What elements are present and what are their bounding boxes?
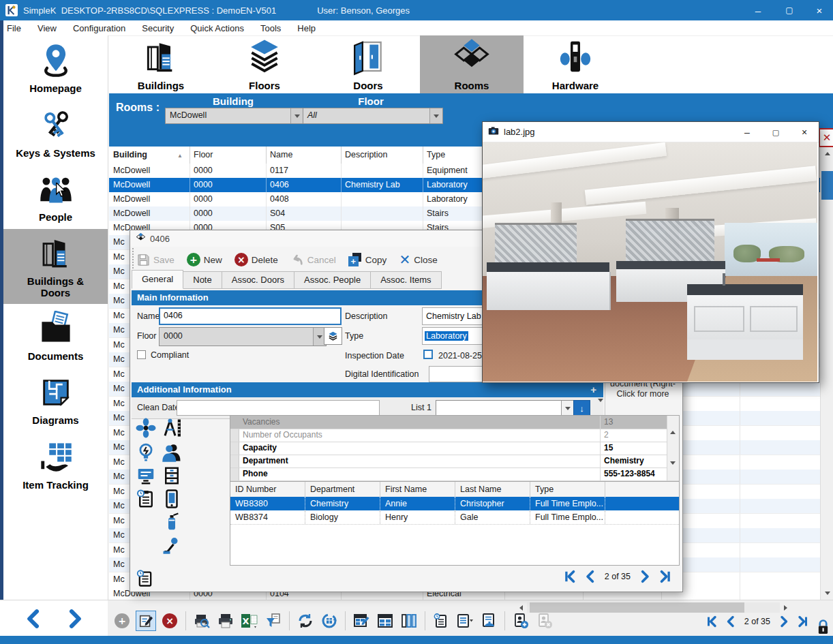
previous-record-icon[interactable] <box>23 609 44 629</box>
scrollbar-thumb[interactable] <box>821 171 833 200</box>
history-button[interactable] <box>431 611 451 631</box>
building-filter-select[interactable]: McDowell <box>165 108 304 124</box>
name-input[interactable]: 0406 <box>159 307 342 325</box>
tab-assoc-items[interactable]: Assoc. Items <box>371 271 441 289</box>
save-button[interactable]: Save <box>137 254 175 266</box>
image-close-button[interactable]: × <box>790 122 819 142</box>
next-record-icon[interactable] <box>65 609 85 629</box>
table-row[interactable]: WB8374 Biology Henry Gale Full Time Empl… <box>230 510 679 525</box>
av-equipment-icon[interactable] <box>136 465 156 486</box>
sidebar-item-people[interactable]: People <box>3 165 108 229</box>
inspection-log-icon[interactable] <box>136 489 156 509</box>
inspection-date-checkbox[interactable] <box>423 350 433 359</box>
chevron-down-icon[interactable] <box>429 108 442 123</box>
scroll-right-icon[interactable] <box>781 602 791 613</box>
menu-tools[interactable]: Tools <box>260 23 281 33</box>
delete-button[interactable]: × <box>160 611 180 631</box>
property-row[interactable]: Phone555-123-8854 <box>230 467 679 481</box>
new-button[interactable]: + New <box>187 253 222 266</box>
menu-view[interactable]: View <box>37 23 57 33</box>
property-grid-scrollbar[interactable] <box>667 416 679 480</box>
nav-buildings[interactable]: Buildings <box>109 35 213 93</box>
history-log-icon[interactable] <box>136 568 156 589</box>
first-page-icon[interactable] <box>564 570 577 583</box>
hvac-fan-icon[interactable] <box>136 418 156 438</box>
print-button[interactable] <box>215 611 236 631</box>
additional-info-scroll-down-icon[interactable] <box>598 402 603 414</box>
tab-note[interactable]: Note <box>183 271 222 289</box>
rooms-table-horizontal-scrollbar[interactable] <box>516 602 791 613</box>
nav-hardware[interactable]: Hardware <box>524 35 627 93</box>
floor-filter-select[interactable]: All <box>303 108 443 124</box>
grid-fill-button[interactable] <box>375 611 395 631</box>
occupants-icon[interactable] <box>162 442 182 463</box>
chevron-down-icon[interactable] <box>561 401 574 416</box>
next-page-icon[interactable] <box>778 615 790 628</box>
last-page-icon[interactable] <box>796 615 808 628</box>
clean-date-input[interactable] <box>177 400 380 416</box>
lighting-icon[interactable] <box>136 442 156 463</box>
menu-configuration[interactable]: Configuration <box>73 23 125 33</box>
close-button[interactable]: ✕ Close <box>399 254 437 266</box>
menu-file[interactable]: File <box>7 23 21 33</box>
tab-assoc-people[interactable]: Assoc. People <box>294 271 371 289</box>
menu-security[interactable]: Security <box>142 23 174 33</box>
sidebar-item-homepage[interactable]: Homepage <box>3 35 108 101</box>
floor-picker-button[interactable] <box>324 327 342 345</box>
sidebar-item-documents[interactable]: Documents <box>3 304 108 368</box>
delete-button[interactable]: × Delete <box>234 253 278 266</box>
image-minimize-button[interactable]: – <box>733 122 761 142</box>
add-button[interactable]: + <box>112 611 132 631</box>
grid-edit-button[interactable] <box>351 611 372 631</box>
refresh-button[interactable] <box>295 611 316 631</box>
add-person-button[interactable] <box>511 611 531 631</box>
table-row-selected[interactable]: WB8380 Chemistry Annie Christopher Full … <box>230 497 679 510</box>
sidebar-item-diagrams[interactable]: Diagrams <box>3 368 108 432</box>
column-header-id-number[interactable]: ID Number <box>230 482 305 497</box>
edit-button[interactable] <box>136 611 156 631</box>
tab-general[interactable]: General <box>132 270 183 289</box>
property-row[interactable]: Capacity15 <box>230 442 679 455</box>
property-row[interactable]: Number of Occupants2 <box>230 429 679 442</box>
column-header-department[interactable]: Department <box>305 482 380 497</box>
expand-plus-icon[interactable]: + <box>590 382 596 397</box>
window-minimize-button[interactable]: – <box>743 0 773 20</box>
scroll-up-icon[interactable] <box>670 419 676 431</box>
nav-rooms[interactable]: Rooms <box>420 35 524 93</box>
sidebar-item-keys-systems[interactable]: Keys & Systems <box>3 101 108 165</box>
grid-columns-button[interactable] <box>399 611 419 631</box>
menu-help[interactable]: Help <box>297 23 316 33</box>
nav-floors[interactable]: Floors <box>213 35 316 93</box>
column-header-first-name[interactable]: First Name <box>380 482 455 497</box>
column-header-type[interactable]: Type <box>530 482 605 497</box>
tab-assoc-doors[interactable]: Assoc. Doors <box>222 271 294 289</box>
scroll-up-icon[interactable] <box>821 147 833 160</box>
image-window-titlebar[interactable]: lab2.jpg – ▢ × <box>483 122 819 142</box>
remove-person-button[interactable] <box>534 611 555 631</box>
sidebar-item-buildings-doors[interactable]: Buildings & Doors <box>3 229 108 304</box>
window-maximize-button[interactable]: ▢ <box>774 0 804 20</box>
mobile-device-icon[interactable] <box>162 489 182 509</box>
rooms-panel-close-button[interactable]: ✕ <box>819 128 833 147</box>
print-preview-button[interactable] <box>192 611 212 631</box>
cleaning-icon[interactable] <box>162 535 182 555</box>
copy-button[interactable]: + Copy <box>348 253 387 266</box>
first-page-icon[interactable] <box>706 615 718 628</box>
refresh-grid-button[interactable] <box>319 611 339 631</box>
nav-doors[interactable]: Doors <box>316 35 420 93</box>
scrollbar-thumb[interactable] <box>530 602 744 613</box>
property-row[interactable]: DepartmentChemistry <box>230 455 679 468</box>
property-row[interactable]: Vacancies13 <box>230 416 679 429</box>
chevron-down-icon[interactable] <box>290 108 303 123</box>
last-page-icon[interactable] <box>658 570 671 583</box>
measuring-compass-icon[interactable] <box>162 418 182 438</box>
storage-cabinet-icon[interactable] <box>162 465 182 486</box>
export-excel-button[interactable]: X <box>239 611 260 631</box>
work-order-button[interactable] <box>479 611 499 631</box>
column-header-last-name[interactable]: Last Name <box>455 482 530 497</box>
rooms-table-vertical-scrollbar[interactable] <box>820 147 833 600</box>
menu-quick-actions[interactable]: Quick Actions <box>190 23 244 33</box>
clipboard-menu-button[interactable] <box>455 611 475 631</box>
inspection-date-value[interactable]: 2021-08-25 <box>438 351 482 361</box>
cancel-button[interactable]: Cancel <box>290 254 336 266</box>
